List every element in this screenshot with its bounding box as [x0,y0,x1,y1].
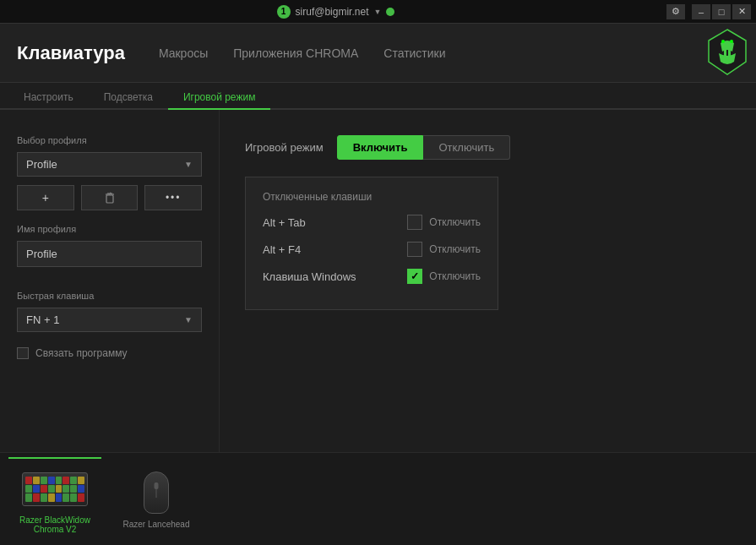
subtabs: Настроить Подсветка Игровой режим [0,83,756,110]
kb-key [25,485,32,493]
profile-select-value: Profile [26,158,57,171]
game-mode-label: Игровой режим [245,141,324,154]
kb-key [33,477,40,484]
key-row-alt-tab: Alt + Tab Отключить [263,215,481,230]
trash-icon [104,192,116,204]
main-content: Выбор профиля Profile ▼ + ••• Имя профил… [0,110,756,477]
mouse-shape [144,471,169,514]
lancehead-image [122,470,190,516]
razer-logo [697,24,756,83]
nav-chroma[interactable]: Приложения CHROMA [233,43,358,63]
header: Клавиатура Макросы Приложения CHROMA Ста… [0,24,756,83]
hotkey-select[interactable]: FN + 1 ▼ [17,308,202,332]
hotkey-section: Быстрая клавиша FN + 1 ▼ [17,291,202,332]
kb-key [48,493,55,501]
username-label: siruf@bigmir.net [296,6,369,18]
more-options-button[interactable]: ••• [144,185,202,210]
link-program-label: Связать программу [35,347,128,359]
kb-key [33,485,40,493]
game-mode-header: Игровой режим Включить Отключить [245,135,731,160]
alt-f4-toggle: Отключить [407,242,481,257]
device-lancehead[interactable]: Razer Lancehead [110,463,203,536]
delete-profile-button[interactable] [81,185,139,210]
keyboard-keys [25,477,84,502]
subtab-lighting[interactable]: Подсветка [89,86,168,110]
windows-key-disable-label: Отключить [429,270,481,282]
user-badge: 1 [277,5,291,19]
kb-key [48,477,55,484]
lancehead-label: Razer Lancehead [123,520,190,529]
enable-button[interactable]: Включить [337,135,424,160]
profile-select-label: Выбор профиля [17,135,202,145]
alt-f4-disable-label: Отключить [429,243,481,255]
dropdown-icon[interactable]: ▼ [373,8,381,16]
svg-point-4 [730,40,733,43]
kb-key [48,485,55,493]
svg-rect-1 [724,48,726,60]
key-row-alt-f4: Alt + F4 Отключить [263,242,481,257]
link-program-checkbox[interactable] [17,347,29,359]
minimize-button[interactable]: – [692,4,710,19]
kb-key [56,493,63,501]
maximize-button[interactable]: □ [712,4,731,19]
disabled-keys-panel: Отключенные клавиши Alt + Tab Отключить … [245,177,498,310]
add-profile-button[interactable]: + [17,185,74,210]
profile-name-input[interactable] [17,241,202,267]
nav-macros[interactable]: Макросы [159,43,208,63]
device-shelf: Razer BlackWidowChroma V2 Razer Lancehea… [0,452,756,545]
svg-marker-0 [709,30,746,74]
kb-key [56,477,63,484]
link-program: Связать программу [17,347,202,359]
nav-stats[interactable]: Статистики [383,43,445,63]
kb-key [70,477,77,484]
subtab-configure[interactable]: Настроить [8,86,89,110]
kb-key [41,493,47,501]
alt-tab-toggle: Отключить [407,215,481,230]
mouse-divider [156,488,157,498]
kb-key [41,485,47,493]
alt-tab-checkbox[interactable] [407,215,422,230]
subtab-gamemode[interactable]: Игровой режим [168,86,271,110]
keyboard-shape [22,472,88,506]
kb-key [70,485,77,493]
kb-key [25,477,32,484]
svg-rect-2 [728,48,731,60]
select-arrow-icon: ▼ [184,160,193,169]
svg-point-3 [721,40,725,43]
online-indicator [386,8,394,16]
settings-button[interactable]: ⚙ [666,4,685,19]
kb-key [41,477,47,484]
disabled-keys-title: Отключенные клавиши [263,191,481,203]
windows-key-label: Клавиша Windows [263,270,356,283]
left-panel: Выбор профиля Profile ▼ + ••• Имя профил… [0,110,220,477]
hotkey-select-arrow-icon: ▼ [184,315,193,324]
kb-key [63,477,69,484]
bottom-area: i Гарантия Зарегистрироваться сейчас [0,520,756,545]
game-mode-toggle: Включить Отключить [337,135,511,160]
right-panel: Игровой режим Включить Отключить Отключе… [220,110,756,477]
profile-select[interactable]: Profile ▼ [17,152,202,177]
kb-key [63,485,69,493]
kb-key [78,477,84,484]
kb-key [25,493,32,501]
alt-tab-label: Alt + Tab [263,216,306,229]
titlebar: 1 siruf@bigmir.net ▼ ⚙ – □ ✕ [0,0,756,24]
kb-key [63,493,69,501]
kb-key [33,493,40,501]
alt-f4-label: Alt + F4 [263,243,301,256]
close-button[interactable]: ✕ [732,4,751,19]
windows-key-toggle: Отключить [407,269,481,284]
kb-key [56,485,63,493]
svg-rect-5 [106,195,113,203]
kb-key [78,485,84,493]
profile-actions: + ••• [17,185,202,210]
alt-f4-checkbox[interactable] [407,242,422,257]
kb-key [70,493,77,501]
hotkey-value: FN + 1 [26,313,59,326]
blackwidow-label: Razer BlackWidowChroma V2 [19,515,90,534]
header-nav: Макросы Приложения CHROMA Статистики [159,43,446,63]
windows-key-checkbox[interactable] [407,269,422,284]
disable-button[interactable]: Отключить [423,135,510,160]
hotkey-label: Быстрая клавиша [17,291,202,301]
device-blackwidow[interactable]: Razer BlackWidowChroma V2 [8,457,101,541]
